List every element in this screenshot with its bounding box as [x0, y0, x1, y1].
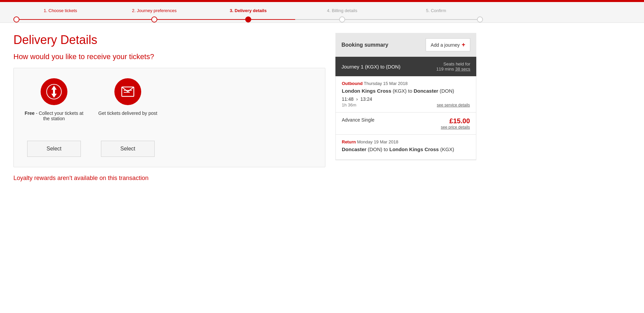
delivery-option-post: Get tickets delivered by post Select [94, 78, 161, 157]
delivery-options-box: Free - Collect your tickets at the stati… [13, 68, 325, 167]
sidebar: Booking summary Add a journey + Journey … [335, 33, 476, 182]
return-to-code: (KGX) [440, 146, 454, 152]
return-from-code: (DON) [368, 146, 382, 152]
step-connector-left-journey-preferences [107, 19, 151, 20]
arrow-icon: › [356, 96, 358, 102]
return-from-name: Doncaster [342, 146, 366, 152]
post-desc-text: Get tickets delivered by post [98, 110, 157, 116]
see-price-link[interactable]: see price details [441, 125, 470, 130]
add-journey-label: Add a journey [431, 42, 460, 48]
step-circle-delivery-details [245, 16, 251, 23]
page-subtitle: How would you like to receive your ticke… [13, 52, 325, 61]
return-route: Doncaster (DON) to London Kings Cross (K… [342, 146, 470, 153]
step-circle-journey-preferences [151, 16, 157, 23]
step-line-row-journey-preferences [107, 16, 201, 23]
train-icon [46, 84, 62, 100]
outbound-to-code: (DON) [440, 88, 454, 94]
outbound-label: Outbound [342, 81, 363, 86]
outbound-date: Thursday 15 Mar 2018 [364, 81, 408, 86]
outbound-to-name: Doncaster [414, 88, 438, 94]
step-line-row-billing-details [295, 16, 389, 23]
outbound-ticket-type: Advance Single [342, 117, 374, 123]
journey-card-title: Journey 1 (KGX) to (DON) [341, 64, 400, 70]
add-journey-button[interactable]: Add a journey + [426, 38, 470, 51]
step-connector-left-confirm [389, 19, 477, 20]
booking-summary-title: Booking summary [341, 42, 388, 48]
collect-desc-rest: - Collect your tickets at the station [35, 110, 84, 121]
see-service-link[interactable]: see service details [437, 103, 470, 107]
booking-summary-header: Booking summary Add a journey + [335, 33, 476, 57]
mail-icon [120, 84, 136, 100]
outbound-times: 11:48 › 13:24 [342, 96, 470, 102]
step-label-billing-details: 4. Billing details [327, 8, 357, 13]
outbound-route: London Kings Cross (KGX) to Doncaster (D… [342, 87, 470, 94]
outbound-duration-row: 1h 36m see service details [342, 102, 470, 107]
outbound-duration: 1h 36m [342, 102, 356, 107]
step-circle-confirm [477, 16, 483, 23]
svg-marker-1 [51, 86, 57, 90]
seats-held: Seats held for 119 mins 38 secs [436, 61, 470, 72]
step-label-delivery-details: 3. Delivery details [230, 8, 267, 13]
return-to-name: London Kings Cross [389, 146, 439, 152]
step-connector-right-delivery-details [251, 19, 295, 20]
select-collect-button[interactable]: Select [27, 141, 81, 157]
mail-icon-circle [114, 78, 141, 105]
stepper-step-billing-details[interactable]: 4. Billing details [295, 8, 389, 23]
to-word: to [408, 88, 413, 94]
journey-card-header: Journey 1 (KGX) to (DON) Seats held for … [335, 57, 476, 76]
outbound-from-name: London Kings Cross [342, 88, 391, 94]
outbound-ticket-row: Advance Single £15.00 see price details [336, 113, 476, 135]
step-line-row-choose-tickets [13, 16, 107, 23]
return-direction-row: Return Monday 19 Mar 2018 [342, 139, 470, 144]
step-connector-left-delivery-details [201, 19, 245, 20]
outbound-from-code: (KGX) [393, 88, 407, 94]
stepper-step-choose-tickets[interactable]: 1. Choose tickets [13, 8, 107, 23]
select-post-button[interactable]: Select [101, 141, 155, 157]
step-label-confirm: 5. Confirm [426, 8, 446, 13]
return-to-word: to [384, 146, 389, 152]
step-label-choose-tickets: 1. Choose tickets [44, 8, 77, 13]
step-connector-right-journey-preferences [157, 19, 201, 20]
return-date: Monday 19 Mar 2018 [357, 139, 398, 144]
step-line-row-confirm [389, 16, 483, 23]
delivery-option-collect: Free - Collect your tickets at the stati… [20, 78, 88, 157]
outbound-section: Outbound Thursday 15 Mar 2018 London Kin… [336, 76, 476, 113]
seats-held-time: 119 mins 38 secs [436, 66, 470, 72]
outbound-ticket-price: £15.00 [449, 117, 470, 125]
outbound-depart: 11:48 [342, 96, 354, 102]
seats-mins: 119 mins [436, 66, 455, 72]
plus-icon: + [462, 41, 465, 48]
step-circle-choose-tickets [13, 16, 19, 23]
svg-marker-2 [51, 94, 57, 98]
step-connector-left-billing-details [295, 19, 339, 20]
main-content: Delivery Details How would you like to r… [13, 33, 325, 182]
post-description: Get tickets delivered by post [95, 110, 161, 131]
train-icon-circle [41, 78, 67, 105]
step-line-row-delivery-details [201, 16, 295, 23]
outbound-ticket-price-col: £15.00 see price details [441, 117, 470, 130]
stepper-step-confirm[interactable]: 5. Confirm [389, 8, 483, 23]
stepper-container: 1. Choose tickets2. Journey preferences3… [0, 2, 644, 23]
svg-rect-3 [53, 90, 55, 94]
step-circle-billing-details [339, 16, 345, 23]
main-layout: Delivery Details How would you like to r… [0, 23, 490, 192]
outbound-arrive: 13:24 [361, 96, 372, 102]
collect-description: Free - Collect your tickets at the stati… [20, 110, 88, 131]
collect-free-label: Free [24, 110, 35, 116]
step-connector-right-choose-tickets [19, 19, 107, 20]
step-label-journey-preferences: 2. Journey preferences [132, 8, 177, 13]
return-label: Return [342, 139, 356, 144]
progress-stepper: 1. Choose tickets2. Journey preferences3… [13, 8, 483, 23]
return-section: Return Monday 19 Mar 2018 Doncaster (DON… [336, 135, 476, 160]
page-title: Delivery Details [13, 33, 325, 47]
stepper-step-journey-preferences[interactable]: 2. Journey preferences [107, 8, 201, 23]
loyalty-notice: Loyalty rewards aren't available on this… [13, 175, 325, 182]
seats-held-label: Seats held for [436, 61, 470, 66]
stepper-step-delivery-details: 3. Delivery details [201, 8, 295, 23]
seats-secs: 38 secs [455, 66, 470, 72]
outbound-direction-row: Outbound Thursday 15 Mar 2018 [342, 81, 470, 86]
step-connector-right-billing-details [345, 19, 389, 20]
journey-details: Outbound Thursday 15 Mar 2018 London Kin… [335, 76, 476, 160]
